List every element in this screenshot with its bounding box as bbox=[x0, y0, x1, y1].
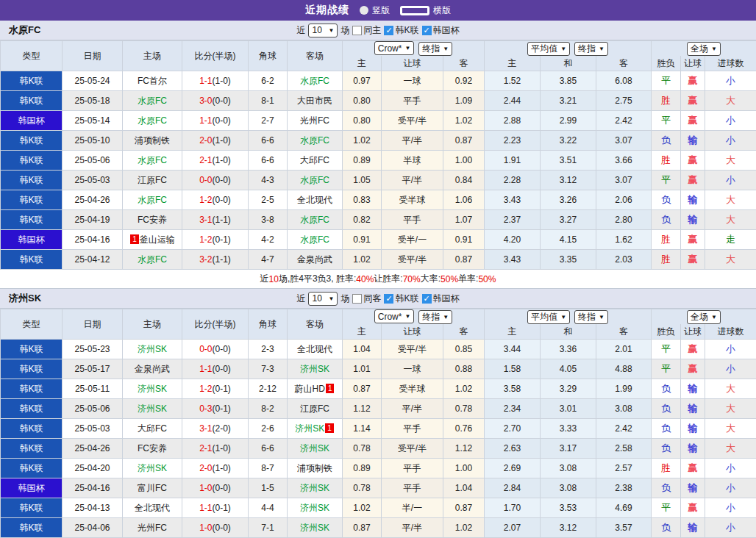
fulltime-score: 2-1 bbox=[199, 443, 212, 453]
result-cell: 平 bbox=[652, 359, 681, 379]
final-odds-select[interactable]: 终指▼ bbox=[418, 42, 452, 56]
sub-col-header: 主 bbox=[343, 324, 382, 340]
score-cell: 0-0(0-0) bbox=[182, 171, 249, 190]
summary-text: 场,胜4平3负3, 胜率: bbox=[279, 273, 356, 285]
team-filter-row: 水原FC 近 10 ▼ 场 同主 韩K联 韩国杯 bbox=[0, 21, 756, 40]
avg-final-select[interactable]: 终指▼ bbox=[574, 310, 608, 324]
match-type-cell: 韩国杯 bbox=[1, 478, 63, 498]
away-team-cell: 光州FC bbox=[288, 111, 343, 131]
col-header: 主场 bbox=[123, 41, 182, 71]
goals-result-cell: 大 bbox=[705, 91, 756, 111]
match-row: 韩K联25-04-13全北现代1-1(0-1)4-4济州SK1.02半/一0.8… bbox=[1, 498, 756, 518]
sub-col-header: 进球数 bbox=[705, 324, 756, 340]
team-name-text: 济州SK bbox=[300, 503, 329, 513]
summary-text: 50% bbox=[478, 274, 496, 284]
away-team-cell: 全北现代 bbox=[288, 190, 343, 210]
team-name-text: FC安养 bbox=[138, 215, 167, 225]
average-select[interactable]: 平均值▼ bbox=[527, 310, 570, 324]
corner-cell: 6-6 bbox=[249, 131, 288, 151]
away-odds-cell: 1.06 bbox=[443, 190, 485, 210]
checkbox-icon[interactable] bbox=[422, 26, 432, 35]
average-select[interactable]: 平均值▼ bbox=[527, 42, 570, 56]
select-group-header: 平均值▼终指▼ bbox=[485, 309, 652, 325]
sub-col-header: 让球 bbox=[382, 56, 443, 71]
checkbox-icon[interactable] bbox=[384, 294, 393, 304]
avg-draw-cell: 4.05 bbox=[541, 359, 596, 379]
team-name-text: 浦项制铁 bbox=[135, 135, 170, 146]
avg-away-cell: 2.80 bbox=[596, 210, 652, 230]
recent-matches-table: 类型日期主场比分(半场)角球客场Crow*▼终指▼平均值▼终指▼全场▼主让球客主… bbox=[0, 40, 756, 270]
avg-away-cell: 2.58 bbox=[596, 439, 652, 459]
final-odds-select-value: 终指 bbox=[422, 43, 440, 55]
bookmaker-select[interactable]: Crow*▼ bbox=[374, 309, 415, 323]
checkbox-icon[interactable] bbox=[422, 294, 432, 304]
home-team-cell: 水原FC bbox=[123, 190, 182, 210]
match-type-cell: 韩K联 bbox=[1, 459, 63, 478]
fulltime-select[interactable]: 全场▼ bbox=[687, 42, 721, 56]
match-type-cell: 韩K联 bbox=[1, 399, 63, 419]
avg-home-cell: 3.44 bbox=[485, 340, 541, 359]
match-date-cell: 25-04-13 bbox=[63, 498, 123, 518]
col-header: 角球 bbox=[249, 309, 288, 340]
col-header: 客场 bbox=[288, 41, 343, 71]
match-count-select[interactable]: 10 ▼ bbox=[308, 292, 338, 306]
avg-final-select[interactable]: 终指▼ bbox=[574, 42, 608, 56]
bookmaker-select[interactable]: Crow*▼ bbox=[374, 41, 415, 55]
corner-cell: 4-3 bbox=[249, 171, 288, 190]
away-odds-cell: 1.00 bbox=[443, 459, 485, 478]
halftime-score: (0-0) bbox=[213, 364, 231, 374]
team-name-text: 济州SK bbox=[138, 463, 167, 473]
match-count-select[interactable]: 10 ▼ bbox=[308, 24, 338, 37]
handicap-cell: 平手 bbox=[382, 210, 443, 230]
team-name-text: 浦项制铁 bbox=[297, 463, 332, 473]
team-name-text: 水原FC bbox=[138, 96, 167, 106]
home-team-cell: 济州SK bbox=[123, 399, 182, 419]
radio-selected-icon[interactable] bbox=[400, 6, 429, 15]
team-name-text: FC首尔 bbox=[138, 76, 167, 86]
cup-checkbox[interactable]: 韩国杯 bbox=[422, 293, 460, 305]
checkbox-icon[interactable] bbox=[352, 294, 362, 304]
sub-col-header: 和 bbox=[541, 324, 596, 340]
chevron-down-icon: ▼ bbox=[560, 46, 566, 52]
match-type-cell: 韩K联 bbox=[1, 171, 63, 190]
layout-radio-vertical[interactable]: 竖版 bbox=[360, 4, 390, 17]
final-odds-select[interactable]: 终指▼ bbox=[418, 310, 452, 324]
away-odds-cell: 0.85 bbox=[443, 340, 485, 359]
handicap-result-cell: 赢 bbox=[681, 111, 705, 131]
league-checkbox[interactable]: 韩K联 bbox=[384, 24, 418, 37]
team-name: 水原FC bbox=[9, 24, 40, 37]
handicap-cell: 平手 bbox=[382, 478, 443, 498]
checkbox-icon[interactable] bbox=[352, 26, 362, 35]
team-filter-row: 济州SK 近 10 ▼ 场 同客 韩K联 韩国杯 bbox=[0, 289, 756, 309]
match-row: 韩K联25-05-03大邱FC3-1(2-0)2-6济州SK11.14平手0.7… bbox=[1, 419, 756, 439]
same-venue-checkbox[interactable]: 同主 bbox=[352, 24, 381, 37]
sub-col-header: 让球 bbox=[382, 324, 443, 340]
avg-draw-cell: 4.15 bbox=[541, 230, 596, 250]
team-name-text: 济州SK bbox=[138, 404, 167, 414]
league-checkbox[interactable]: 韩K联 bbox=[384, 293, 418, 305]
sub-col-header: 主 bbox=[485, 324, 541, 340]
radio-unselected-icon[interactable] bbox=[360, 6, 368, 15]
team-name-text: 济州SK bbox=[300, 443, 329, 453]
match-type-cell: 韩国杯 bbox=[1, 111, 63, 131]
avg-final-select-value: 终指 bbox=[578, 43, 596, 55]
halftime-score: (1-1) bbox=[213, 254, 231, 265]
average-select-value: 平均值 bbox=[531, 311, 557, 323]
col-header: 主场 bbox=[123, 309, 182, 340]
match-count-value: 10 bbox=[312, 25, 321, 35]
match-row: 韩K联25-05-23济州SK0-0(0-0)2-3全北现代1.04受平/半0.… bbox=[1, 340, 756, 359]
halftime-score: (0-0) bbox=[213, 175, 231, 185]
avg-home-cell: 2.44 bbox=[485, 91, 541, 111]
handicap-result-cell: 赢 bbox=[681, 151, 705, 171]
cup-checkbox[interactable]: 韩国杯 bbox=[422, 24, 460, 37]
corner-cell: 2-7 bbox=[249, 111, 288, 131]
avg-draw-cell: 3.36 bbox=[541, 340, 596, 359]
fulltime-select[interactable]: 全场▼ bbox=[687, 310, 721, 324]
checkbox-icon[interactable] bbox=[384, 26, 393, 35]
layout-radio-horizontal[interactable]: 横版 bbox=[400, 4, 451, 17]
same-venue-label: 同客 bbox=[363, 293, 381, 305]
result-cell: 负 bbox=[652, 518, 681, 538]
team-name-text: 江原FC bbox=[138, 175, 167, 185]
home-odds-cell: 0.91 bbox=[343, 230, 382, 250]
same-venue-checkbox[interactable]: 同客 bbox=[352, 293, 381, 305]
